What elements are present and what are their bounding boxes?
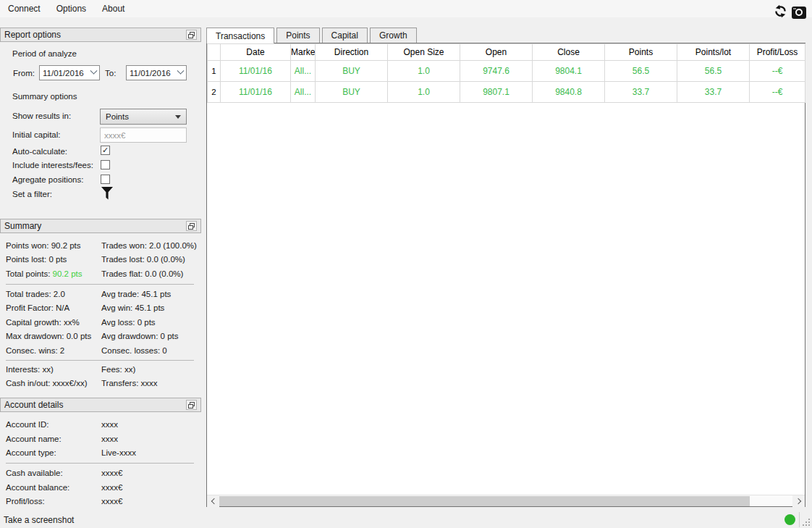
stat-avg-loss: Avg loss: 0 pts bbox=[101, 316, 179, 330]
profit-loss-label: Profit/loss: bbox=[6, 495, 69, 509]
col-date[interactable]: Date bbox=[221, 44, 291, 61]
stat-avg-win: Avg win: 45.1 pts bbox=[101, 301, 179, 315]
to-label: To: bbox=[105, 69, 116, 77]
to-date-picker[interactable]: 11/01/2016 bbox=[126, 65, 187, 80]
account-values-top: xxxx xxxx Live-xxxx bbox=[101, 418, 136, 461]
col-close[interactable]: Close bbox=[533, 44, 605, 61]
col-points[interactable]: Points bbox=[605, 44, 677, 61]
period-of-analyze-label: Period of analyze bbox=[12, 49, 77, 58]
tab-transactions[interactable]: Transactions bbox=[206, 28, 274, 43]
scroll-right-button[interactable] bbox=[792, 495, 805, 507]
col-profit-loss[interactable]: Profit/Loss bbox=[750, 44, 805, 61]
show-results-label: Show results in: bbox=[12, 112, 71, 120]
resize-grip[interactable] bbox=[803, 519, 810, 526]
chevron-down-icon bbox=[177, 67, 185, 75]
account-labels-top: Account ID: Account name: Account type: bbox=[6, 418, 62, 461]
cell-points-lot: 56.5 bbox=[677, 61, 750, 82]
stat-points-lost: Points lost: 0 pts bbox=[6, 253, 83, 267]
float-panel-button[interactable] bbox=[186, 400, 197, 410]
cell-date: 11/01/16 bbox=[221, 82, 291, 103]
from-label: From: bbox=[13, 69, 35, 77]
from-date-picker[interactable]: 11/01/2016 bbox=[39, 65, 100, 80]
summary-trades-column: Trades won: 2.0 (100.0%) Trades lost: 0.… bbox=[101, 239, 197, 281]
stat-transfers: Transfers: xxxx bbox=[101, 377, 158, 390]
cell-profit-loss: --€ bbox=[750, 61, 805, 82]
float-panel-button[interactable] bbox=[186, 30, 197, 40]
cell-points: 33.7 bbox=[605, 82, 677, 103]
col-open-size[interactable]: Open Size bbox=[388, 44, 460, 61]
summary-header: Summary bbox=[0, 219, 201, 233]
profit-loss-value: xxxx€ bbox=[101, 495, 122, 509]
col-points-lot[interactable]: Points/lot bbox=[677, 44, 750, 61]
cell-close: 9804.1 bbox=[533, 61, 605, 82]
stat-trades-won: Trades won: 2.0 (100.0%) bbox=[101, 239, 197, 253]
panel-title: Account details bbox=[4, 400, 186, 410]
summary-bottom-left-column: Interests: xx) Cash in/out: xxxx€/xx) bbox=[6, 363, 87, 391]
scrollbar-thumb[interactable] bbox=[219, 496, 750, 506]
scroll-left-button[interactable] bbox=[207, 495, 219, 507]
account-name-value: xxxx bbox=[101, 432, 136, 447]
table-row[interactable]: 2 11/01/16 All... BUY 1.0 9807.1 9840.8 … bbox=[208, 82, 805, 103]
view-tabs: Transactions Points Capital Growth bbox=[206, 28, 417, 43]
cell-points: 56.5 bbox=[605, 61, 677, 82]
float-panel-button[interactable] bbox=[186, 221, 197, 231]
col-direction[interactable]: Direction bbox=[316, 44, 388, 61]
tab-points[interactable]: Points bbox=[276, 28, 319, 43]
include-fees-checkbox[interactable] bbox=[101, 160, 110, 169]
stat-cash-in-out: Cash in/out: xxxx€/xx) bbox=[6, 377, 87, 390]
initial-capital-label: Initial capital: bbox=[12, 130, 60, 139]
cell-open-size: 1.0 bbox=[388, 61, 460, 82]
stat-avg-trade: Avg trade: 45.1 pts bbox=[101, 288, 179, 301]
account-values-bottom: xxxx€ xxxx€ xxxx€ bbox=[101, 466, 122, 509]
screenshot-button[interactable] bbox=[792, 7, 806, 19]
account-name-label: Account name: bbox=[6, 432, 62, 447]
refresh-button[interactable] bbox=[774, 4, 787, 20]
stat-trades-flat: Trades flat: 0.0 (0.0%) bbox=[101, 267, 197, 281]
table-header-row: Date Market Direction Open Size Open Clo… bbox=[208, 44, 805, 61]
tab-growth[interactable]: Growth bbox=[370, 28, 417, 43]
tab-capital[interactable]: Capital bbox=[322, 28, 368, 43]
account-labels-bottom: Cash available: Account balance: Profit/… bbox=[6, 466, 69, 509]
summary-mid-left-column: Total trades: 2.0 Profit Factor: N/A Cap… bbox=[6, 288, 91, 358]
row-number: 2 bbox=[208, 82, 221, 103]
float-panel-icon bbox=[188, 30, 195, 41]
menu-options[interactable]: Options bbox=[48, 1, 94, 17]
stat-consec-wins: Consec. wins: 2 bbox=[6, 344, 91, 358]
account-balance-label: Account balance: bbox=[6, 481, 69, 495]
horizontal-scrollbar[interactable] bbox=[207, 495, 805, 506]
take-screenshot-label[interactable]: Take a screenshot bbox=[4, 515, 74, 525]
divider bbox=[6, 284, 194, 285]
cell-direction: BUY bbox=[316, 61, 388, 82]
menu-connect[interactable]: Connect bbox=[0, 1, 48, 17]
transactions-table: Date Market Direction Open Size Open Clo… bbox=[206, 43, 805, 507]
chevron-right-icon bbox=[795, 498, 800, 504]
connection-status-icon bbox=[784, 514, 795, 525]
account-type-label: Account type: bbox=[6, 446, 62, 461]
cell-open: 9807.1 bbox=[460, 82, 533, 103]
aggregate-positions-checkbox[interactable] bbox=[101, 175, 110, 184]
col-open[interactable]: Open bbox=[460, 44, 533, 61]
panel-title: Summary bbox=[4, 221, 186, 231]
chevron-down-icon bbox=[90, 67, 98, 75]
show-results-select[interactable]: Points bbox=[100, 109, 187, 125]
initial-capital-input[interactable] bbox=[100, 127, 187, 143]
table-row[interactable]: 1 11/01/16 All... BUY 1.0 9747.6 9804.1 … bbox=[208, 61, 805, 82]
status-bar: Take a screenshot bbox=[0, 511, 812, 528]
set-filter-button[interactable] bbox=[101, 186, 114, 203]
col-market[interactable]: Market bbox=[291, 44, 316, 61]
auto-calculate-label: Auto-calculate: bbox=[12, 147, 67, 156]
menu-about[interactable]: About bbox=[94, 1, 132, 17]
cash-available-value: xxxx€ bbox=[101, 466, 122, 481]
account-id-value: xxxx bbox=[101, 418, 136, 432]
account-details-header: Account details bbox=[0, 398, 201, 412]
stat-consec-losses: Consec. losses: 0 bbox=[101, 344, 179, 358]
stat-trades-lost: Trades lost: 0.0 (0.0%) bbox=[101, 253, 197, 267]
divider bbox=[799, 512, 800, 527]
stat-profit-factor: Profit Factor: N/A bbox=[6, 301, 91, 315]
auto-calculate-checkbox[interactable]: ✓ bbox=[101, 146, 110, 155]
stat-total-trades: Total trades: 2.0 bbox=[6, 288, 91, 301]
panel-title: Report options bbox=[4, 30, 186, 40]
row-number: 1 bbox=[208, 61, 221, 82]
divider bbox=[6, 463, 194, 464]
summary-options-label: Summary options bbox=[12, 92, 77, 101]
